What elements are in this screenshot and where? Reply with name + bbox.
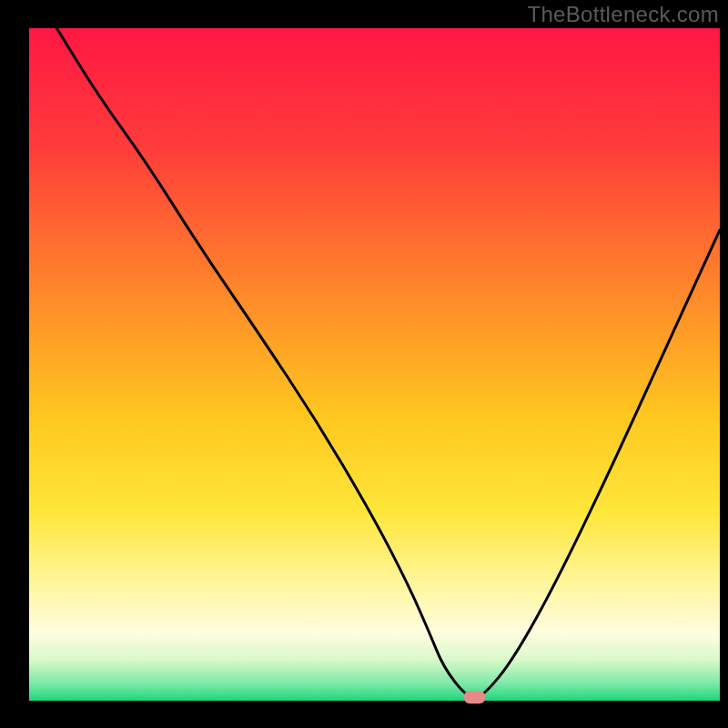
gradient-background — [29, 28, 720, 701]
optimal-point-marker — [464, 691, 486, 703]
chart-frame: { "watermark": "TheBottleneck.com", "cha… — [0, 0, 728, 728]
bottleneck-chart — [0, 0, 728, 728]
watermark-text: TheBottleneck.com — [527, 2, 719, 27]
